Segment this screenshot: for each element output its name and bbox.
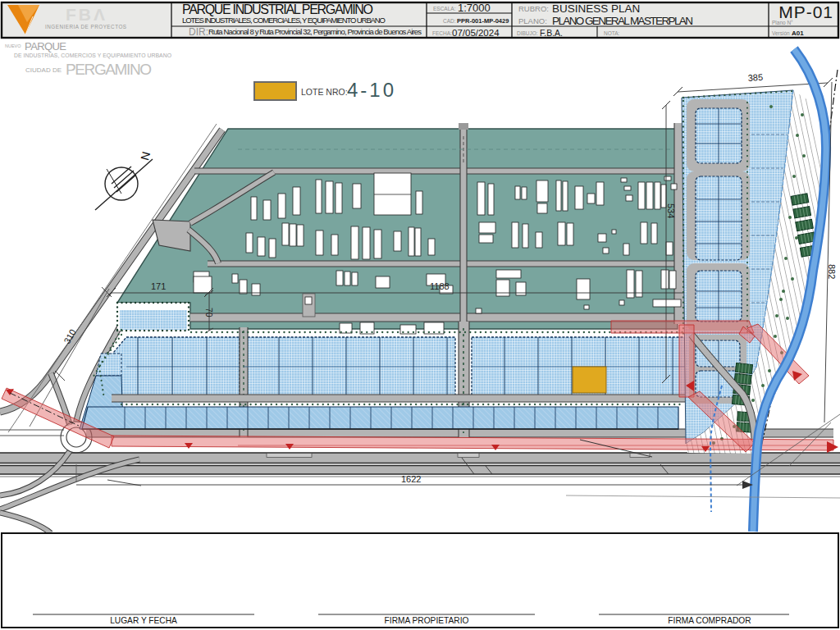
svg-text:PARQUE: PARQUE (25, 40, 66, 52)
svg-text:PARQUE INDUSTRIAL PERGAMINO: PARQUE INDUSTRIAL PERGAMINO (182, 2, 373, 16)
svg-text:LUGAR Y FECHA: LUGAR Y FECHA (110, 616, 177, 625)
svg-text:1188: 1188 (430, 281, 450, 291)
svg-text:882: 882 (827, 264, 837, 279)
svg-text:MP-01: MP-01 (778, 2, 833, 21)
svg-text:RUBRO:: RUBRO: (518, 4, 549, 13)
svg-text:Versión: Versión (772, 30, 790, 36)
svg-text:DIBUJO:: DIBUJO: (517, 30, 538, 36)
svg-text:PLANO:: PLANO: (518, 16, 547, 25)
svg-text:1:7000: 1:7000 (458, 2, 491, 14)
svg-text:171: 171 (151, 281, 166, 291)
svg-text:CAD:: CAD: (443, 18, 456, 24)
svg-text:FBΛ: FBΛ (66, 5, 107, 24)
svg-text:FIRMA COMPRADOR: FIRMA COMPRADOR (668, 616, 751, 625)
svg-text:LOTE NRO:: LOTE NRO: (301, 87, 348, 97)
svg-text:DIR:: DIR: (189, 26, 208, 38)
svg-text:DE INDUSTRIAS, COMERCIOS Y EQU: DE INDUSTRIAS, COMERCIOS Y EQUIPAMIENTO … (14, 52, 171, 59)
svg-text:CIUDAD DE: CIUDAD DE (25, 66, 62, 74)
svg-text:385: 385 (747, 72, 763, 83)
svg-text:PERGAMINO: PERGAMINO (66, 61, 152, 78)
svg-text:INGENIERIA DE PROYECTOS: INGENIERIA DE PROYECTOS (45, 24, 127, 30)
svg-text:1622: 1622 (401, 474, 421, 484)
svg-text:534: 534 (666, 203, 676, 218)
svg-text:Ruta Nacional 8 y Ruta Provinc: Ruta Nacional 8 y Ruta Provincial 32, Pe… (208, 27, 422, 36)
svg-text:70: 70 (204, 308, 214, 317)
svg-text:NOTA:: NOTA: (604, 30, 620, 36)
svg-text:4-10: 4-10 (347, 79, 396, 101)
svg-text:BUSINESS PLAN: BUSINESS PLAN (552, 2, 640, 15)
svg-text:PPR-001-MP-0429: PPR-001-MP-0429 (457, 17, 509, 25)
svg-text:PLANO GENERAL MASTERPLAN: PLANO GENERAL MASTERPLAN (552, 15, 693, 27)
svg-text:FECHA:: FECHA: (432, 30, 452, 36)
svg-text:ESCALA:: ESCALA: (433, 6, 456, 11)
svg-text:FIRMA PROPIETARIO: FIRMA PROPIETARIO (385, 616, 469, 625)
svg-text:07/05/2024: 07/05/2024 (452, 28, 500, 38)
svg-text:NUEVO: NUEVO (5, 43, 21, 48)
svg-text:Plano N°: Plano N° (772, 20, 793, 25)
svg-text:LOTES INDUSTRIALES, COMERCIALE: LOTES INDUSTRIALES, COMERCIALES, Y EQUIP… (182, 16, 386, 25)
svg-text:A01: A01 (792, 30, 804, 37)
svg-text:F.B.A.: F.B.A. (540, 28, 563, 38)
